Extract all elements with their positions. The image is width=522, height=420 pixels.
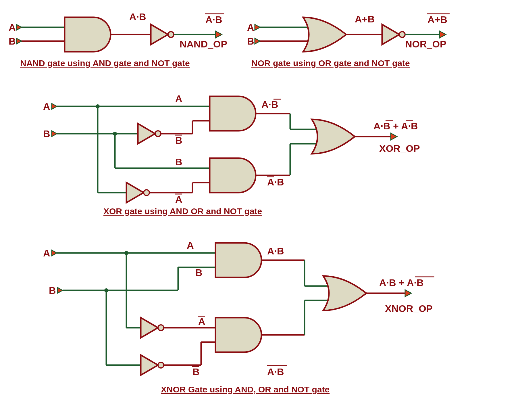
- terminal-icon: [16, 24, 22, 30]
- terminal-icon: [52, 131, 57, 137]
- caption-xor: XOR gate using AND OR and NOT gate: [103, 206, 262, 216]
- terminal-icon: [215, 31, 222, 38]
- label-and2: A·B: [267, 366, 284, 377]
- label-wire-b: B: [175, 156, 182, 167]
- xnor-circuit: A A B B A·B A B A·B A·B: [43, 240, 434, 394]
- label-a: A: [247, 22, 254, 33]
- label-out: A·B: [205, 14, 222, 25]
- label-notb: B: [175, 135, 182, 146]
- not-gate-icon: [151, 24, 174, 45]
- xor-circuit: A A B B A·B B A A·B: [43, 93, 420, 216]
- label-outname: XOR_OP: [379, 143, 420, 154]
- label-and1: A·B: [267, 246, 284, 256]
- label-wire-a: A: [175, 93, 182, 104]
- not-gate-icon: [138, 124, 161, 144]
- caption-nor: NOR gate using OR gate and NOT gate: [251, 58, 410, 68]
- terminal-icon: [52, 103, 57, 109]
- and-gate-icon: [65, 17, 111, 52]
- or-gate-icon: [312, 119, 355, 154]
- and-gate-icon: [215, 318, 261, 352]
- label-mid: A+B: [355, 14, 375, 24]
- and-gate-icon: [215, 243, 261, 277]
- caption-nand: NAND gate using AND gate and NOT gate: [20, 58, 190, 68]
- terminal-icon: [255, 38, 260, 44]
- caption-xnor: XNOR Gate using AND, OR and NOT gate: [161, 385, 330, 394]
- label-notb: B: [192, 366, 200, 377]
- terminal-icon: [52, 250, 57, 256]
- terminal-icon: [16, 38, 22, 44]
- label-b: B: [49, 285, 56, 296]
- terminal-icon: [391, 133, 397, 140]
- label-and2: A·B: [267, 177, 284, 187]
- label-out: A+B: [427, 14, 447, 25]
- label-mid: A·B: [129, 11, 146, 22]
- or-gate-icon: [303, 17, 346, 52]
- label-out-expr: A·B + A·B: [379, 277, 424, 288]
- not-gate-icon: [141, 318, 164, 338]
- and-gate-icon: [210, 158, 256, 193]
- label-outname: XNOR_OP: [385, 303, 433, 314]
- terminal-icon: [440, 31, 446, 38]
- or-gate-icon: [323, 276, 366, 310]
- label-wire-b: B: [195, 267, 203, 278]
- label-outname: NOR_OP: [405, 39, 446, 49]
- label-a: A: [43, 248, 50, 258]
- label-and1: A·B: [261, 99, 278, 110]
- label-out-expr: A·B + A·B: [373, 120, 418, 131]
- diagram-canvas: A B A·B A·B NAND_OP NAND gate using AND …: [0, 0, 522, 420]
- not-gate-icon: [141, 355, 164, 375]
- and-gate-icon: [210, 96, 256, 131]
- label-nota: A: [198, 316, 205, 327]
- label-wire-a: A: [187, 240, 194, 251]
- terminal-icon: [255, 24, 260, 30]
- terminal-icon: [405, 290, 411, 297]
- label-b: B: [247, 36, 254, 47]
- label-a: A: [9, 22, 16, 33]
- not-gate-icon: [382, 24, 405, 45]
- label-nota: A: [175, 194, 182, 205]
- label-a: A: [43, 101, 50, 112]
- label-outname: NAND_OP: [180, 39, 227, 49]
- nor-circuit: A B A+B A+B NOR_OP NOR gate using OR gat…: [247, 14, 450, 68]
- nand-circuit: A B A·B A·B NAND_OP NAND gate using AND …: [9, 11, 227, 68]
- label-b: B: [9, 36, 16, 47]
- not-gate-icon: [126, 183, 149, 203]
- terminal-icon: [57, 287, 63, 293]
- label-b: B: [43, 128, 50, 139]
